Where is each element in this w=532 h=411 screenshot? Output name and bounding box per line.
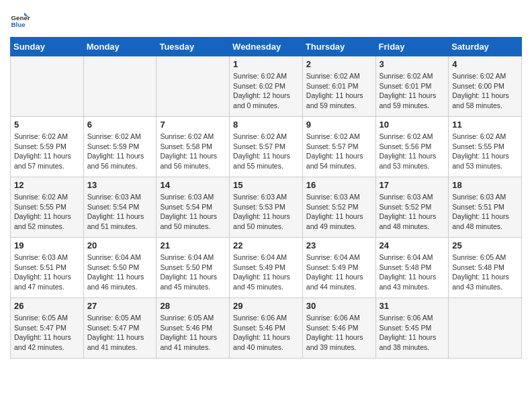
- weekday-header-sunday: Sunday: [11, 38, 84, 56]
- calendar-cell: 13Sunrise: 6:03 AMSunset: 5:54 PMDayligh…: [83, 177, 157, 238]
- day-number: 17: [380, 180, 445, 190]
- day-detail: Sunrise: 6:03 AMSunset: 5:54 PMDaylight:…: [87, 192, 153, 232]
- day-number: 1: [233, 59, 299, 69]
- day-number: 28: [160, 301, 226, 311]
- day-detail: Sunrise: 6:02 AMSunset: 5:56 PMDaylight:…: [380, 132, 445, 171]
- day-number: 11: [452, 120, 518, 130]
- calendar-cell: [11, 56, 84, 117]
- day-number: 19: [14, 240, 80, 250]
- day-number: 30: [306, 301, 372, 311]
- day-number: 26: [14, 301, 80, 311]
- day-number: 6: [87, 120, 153, 130]
- calendar-cell: 10Sunrise: 6:02 AMSunset: 5:56 PMDayligh…: [375, 117, 449, 177]
- day-number: 25: [452, 240, 518, 250]
- day-detail: Sunrise: 6:02 AMSunset: 5:55 PMDaylight:…: [14, 192, 80, 232]
- day-detail: Sunrise: 6:03 AMSunset: 5:52 PMDaylight:…: [380, 192, 445, 232]
- weekday-header-tuesday: Tuesday: [157, 38, 230, 56]
- page-header: General Blue: [10, 10, 522, 30]
- calendar-cell: 27Sunrise: 6:05 AMSunset: 5:47 PMDayligh…: [83, 298, 157, 359]
- day-number: 18: [452, 180, 518, 190]
- day-number: 16: [306, 180, 372, 190]
- day-detail: Sunrise: 6:05 AMSunset: 5:47 PMDaylight:…: [87, 313, 153, 353]
- day-detail: Sunrise: 6:04 AMSunset: 5:50 PMDaylight:…: [160, 253, 226, 292]
- day-detail: Sunrise: 6:03 AMSunset: 5:54 PMDaylight:…: [160, 192, 226, 232]
- day-detail: Sunrise: 6:02 AMSunset: 5:58 PMDaylight:…: [160, 132, 226, 171]
- day-detail: Sunrise: 6:03 AMSunset: 5:51 PMDaylight:…: [452, 192, 518, 232]
- calendar-cell: 29Sunrise: 6:06 AMSunset: 5:46 PMDayligh…: [230, 298, 303, 359]
- day-number: 7: [160, 120, 226, 130]
- day-number: 2: [306, 59, 372, 69]
- day-detail: Sunrise: 6:03 AMSunset: 5:53 PMDaylight:…: [233, 192, 299, 232]
- calendar-cell: 30Sunrise: 6:06 AMSunset: 5:46 PMDayligh…: [302, 298, 375, 359]
- day-number: 10: [380, 120, 445, 130]
- calendar-cell: 22Sunrise: 6:04 AMSunset: 5:49 PMDayligh…: [230, 238, 303, 298]
- weekday-header-monday: Monday: [83, 38, 157, 56]
- day-detail: Sunrise: 6:04 AMSunset: 5:50 PMDaylight:…: [87, 253, 153, 292]
- day-number: 3: [380, 59, 445, 69]
- calendar-cell: 20Sunrise: 6:04 AMSunset: 5:50 PMDayligh…: [83, 238, 157, 298]
- calendar-cell: 6Sunrise: 6:02 AMSunset: 5:59 PMDaylight…: [83, 117, 157, 177]
- day-detail: Sunrise: 6:05 AMSunset: 5:47 PMDaylight:…: [14, 313, 80, 353]
- calendar-table: SundayMondayTuesdayWednesdayThursdayFrid…: [10, 37, 522, 359]
- day-number: 12: [14, 180, 80, 190]
- day-detail: Sunrise: 6:02 AMSunset: 6:01 PMDaylight:…: [380, 71, 445, 111]
- weekday-header-wednesday: Wednesday: [230, 38, 303, 56]
- day-number: 14: [160, 180, 226, 190]
- calendar-cell: [449, 298, 522, 359]
- logo: General Blue: [10, 10, 30, 30]
- day-number: 27: [87, 301, 153, 311]
- calendar-cell: [157, 56, 230, 117]
- day-detail: Sunrise: 6:02 AMSunset: 5:57 PMDaylight:…: [306, 132, 372, 171]
- weekday-header-friday: Friday: [375, 38, 449, 56]
- calendar-cell: 21Sunrise: 6:04 AMSunset: 5:50 PMDayligh…: [157, 238, 230, 298]
- calendar-cell: 17Sunrise: 6:03 AMSunset: 5:52 PMDayligh…: [375, 177, 449, 238]
- day-detail: Sunrise: 6:02 AMSunset: 5:59 PMDaylight:…: [14, 132, 80, 171]
- calendar-cell: 9Sunrise: 6:02 AMSunset: 5:57 PMDaylight…: [302, 117, 375, 177]
- calendar-cell: 1Sunrise: 6:02 AMSunset: 6:02 PMDaylight…: [230, 56, 303, 117]
- calendar-cell: 19Sunrise: 6:03 AMSunset: 5:51 PMDayligh…: [11, 238, 84, 298]
- day-number: 4: [452, 59, 518, 69]
- calendar-cell: 12Sunrise: 6:02 AMSunset: 5:55 PMDayligh…: [11, 177, 84, 238]
- day-detail: Sunrise: 6:05 AMSunset: 5:48 PMDaylight:…: [452, 253, 518, 292]
- calendar-cell: 3Sunrise: 6:02 AMSunset: 6:01 PMDaylight…: [375, 56, 449, 117]
- weekday-header-thursday: Thursday: [302, 38, 375, 56]
- calendar-cell: 28Sunrise: 6:05 AMSunset: 5:46 PMDayligh…: [157, 298, 230, 359]
- day-detail: Sunrise: 6:05 AMSunset: 5:46 PMDaylight:…: [160, 313, 226, 353]
- calendar-cell: 15Sunrise: 6:03 AMSunset: 5:53 PMDayligh…: [230, 177, 303, 238]
- day-detail: Sunrise: 6:02 AMSunset: 6:01 PMDaylight:…: [306, 71, 372, 111]
- day-detail: Sunrise: 6:04 AMSunset: 5:48 PMDaylight:…: [380, 253, 445, 292]
- day-detail: Sunrise: 6:06 AMSunset: 5:46 PMDaylight:…: [233, 313, 299, 353]
- day-number: 13: [87, 180, 153, 190]
- day-detail: Sunrise: 6:02 AMSunset: 5:59 PMDaylight:…: [87, 132, 153, 171]
- calendar-cell: 31Sunrise: 6:06 AMSunset: 5:45 PMDayligh…: [375, 298, 449, 359]
- day-number: 29: [233, 301, 299, 311]
- day-detail: Sunrise: 6:06 AMSunset: 5:45 PMDaylight:…: [380, 313, 445, 353]
- calendar-cell: 25Sunrise: 6:05 AMSunset: 5:48 PMDayligh…: [449, 238, 522, 298]
- day-number: 24: [380, 240, 445, 250]
- day-detail: Sunrise: 6:02 AMSunset: 6:02 PMDaylight:…: [233, 71, 299, 111]
- calendar-cell: 24Sunrise: 6:04 AMSunset: 5:48 PMDayligh…: [375, 238, 449, 298]
- day-number: 31: [380, 301, 445, 311]
- day-number: 8: [233, 120, 299, 130]
- calendar-cell: 14Sunrise: 6:03 AMSunset: 5:54 PMDayligh…: [157, 177, 230, 238]
- day-detail: Sunrise: 6:03 AMSunset: 5:52 PMDaylight:…: [306, 192, 372, 232]
- logo-icon: General Blue: [10, 10, 30, 30]
- weekday-header-saturday: Saturday: [449, 38, 522, 56]
- svg-text:Blue: Blue: [11, 21, 26, 28]
- calendar-cell: 2Sunrise: 6:02 AMSunset: 6:01 PMDaylight…: [302, 56, 375, 117]
- calendar-cell: 18Sunrise: 6:03 AMSunset: 5:51 PMDayligh…: [449, 177, 522, 238]
- calendar-cell: 7Sunrise: 6:02 AMSunset: 5:58 PMDaylight…: [157, 117, 230, 177]
- day-number: 21: [160, 240, 226, 250]
- calendar-cell: [83, 56, 157, 117]
- day-number: 20: [87, 240, 153, 250]
- day-detail: Sunrise: 6:04 AMSunset: 5:49 PMDaylight:…: [306, 253, 372, 292]
- day-number: 22: [233, 240, 299, 250]
- day-detail: Sunrise: 6:02 AMSunset: 5:55 PMDaylight:…: [452, 132, 518, 171]
- day-number: 23: [306, 240, 372, 250]
- day-number: 15: [233, 180, 299, 190]
- calendar-cell: 8Sunrise: 6:02 AMSunset: 5:57 PMDaylight…: [230, 117, 303, 177]
- day-detail: Sunrise: 6:04 AMSunset: 5:49 PMDaylight:…: [233, 253, 299, 292]
- day-detail: Sunrise: 6:03 AMSunset: 5:51 PMDaylight:…: [14, 253, 80, 292]
- calendar-cell: 4Sunrise: 6:02 AMSunset: 6:00 PMDaylight…: [449, 56, 522, 117]
- calendar-cell: 16Sunrise: 6:03 AMSunset: 5:52 PMDayligh…: [302, 177, 375, 238]
